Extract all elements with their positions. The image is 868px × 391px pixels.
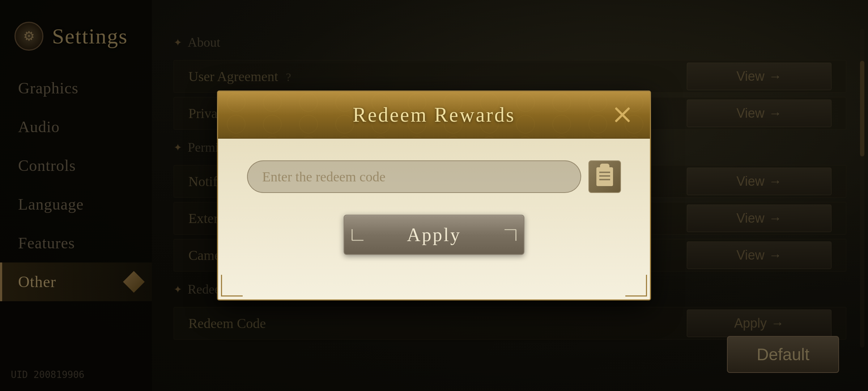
modal-header: Redeem Rewards	[218, 92, 650, 139]
modal-title: Redeem Rewards	[353, 103, 515, 126]
modal-apply-button[interactable]: Apply	[344, 215, 524, 255]
paste-button[interactable]	[588, 160, 621, 193]
redeem-code-input[interactable]	[247, 160, 581, 193]
modal-close-button[interactable]	[609, 102, 635, 128]
modal-body: Apply	[218, 139, 650, 299]
redeem-modal: Redeem Rewards Apply	[217, 91, 651, 300]
modal-overlay: Redeem Rewards Apply	[0, 0, 868, 391]
close-x-icon	[612, 104, 633, 126]
paste-icon	[596, 167, 613, 186]
code-input-row	[247, 160, 621, 193]
